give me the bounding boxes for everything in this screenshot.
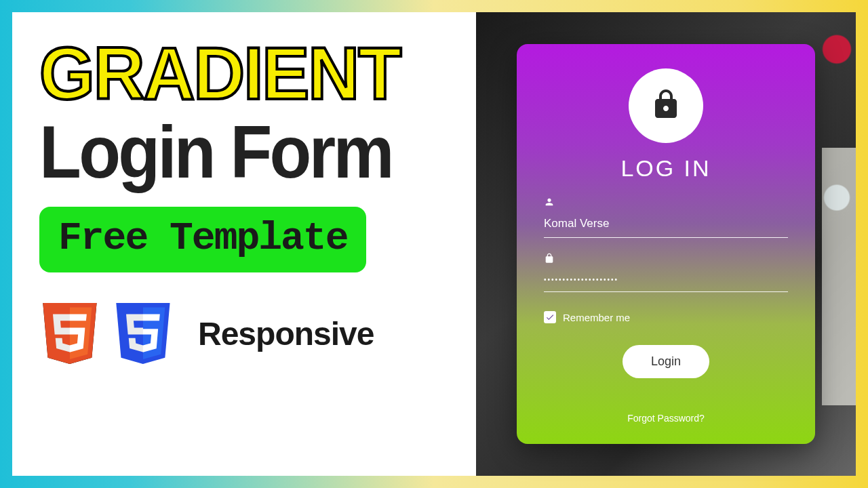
free-template-badge: Free Template [39, 207, 366, 272]
title-gradient-text: GRADIENT [39, 38, 456, 109]
lock-icon [650, 88, 682, 123]
remember-row: Remember me [544, 311, 788, 323]
login-button[interactable]: Login [623, 345, 709, 378]
html5-icon [39, 300, 100, 367]
forgot-password-link[interactable]: Forgot Password? [627, 413, 705, 424]
thumbnail-frame: GRADIENT Login Form Free Template Respon… [12, 12, 856, 476]
preview-bg-paper [822, 148, 856, 405]
preview-right-panel: LOG IN •••••••••••••••••••• Remember me [476, 12, 856, 476]
login-title: LOG IN [620, 155, 711, 182]
title-login-form-text: Login Form [39, 113, 422, 191]
badge-label: Free Template [58, 216, 347, 260]
password-field: •••••••••••••••••••• [544, 253, 788, 292]
remember-checkbox[interactable] [544, 311, 556, 323]
responsive-label: Responsive [198, 315, 374, 352]
user-icon [544, 197, 788, 210]
username-field [544, 197, 788, 238]
remember-label: Remember me [563, 312, 630, 323]
tech-icons-row: Responsive [39, 300, 456, 367]
css3-icon [113, 300, 174, 367]
username-input[interactable] [544, 213, 788, 238]
password-input[interactable]: •••••••••••••••••••• [544, 269, 788, 292]
lock-small-icon [544, 253, 788, 266]
promo-left-panel: GRADIENT Login Form Free Template Respon… [12, 12, 476, 476]
login-card: LOG IN •••••••••••••••••••• Remember me [517, 44, 815, 444]
lock-avatar [629, 68, 703, 143]
